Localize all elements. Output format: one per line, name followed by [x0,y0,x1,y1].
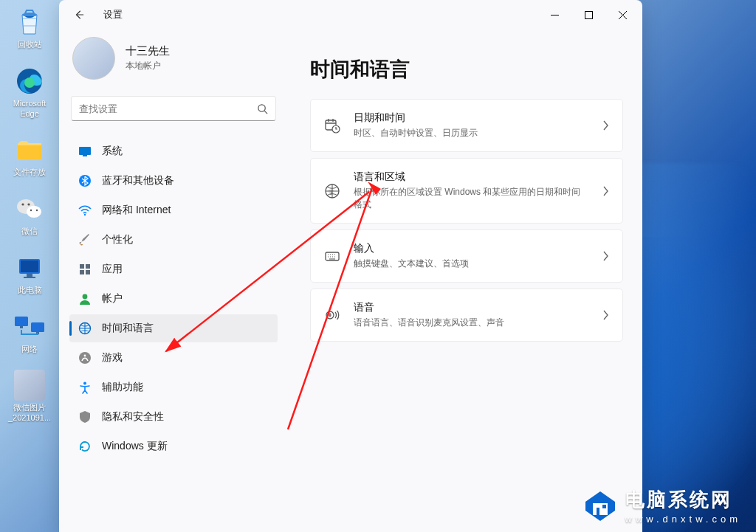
desktop-icon-edge[interactable]: Microsoft Edge [2,65,57,120]
svg-rect-26 [86,270,90,274]
sidebar: 十三先生 本地帐户 系统 蓝牙和其他设备 网络和 Internet 个性化 应用… [59,30,288,532]
svg-rect-17 [585,11,592,18]
desktop-icon-wechat-image[interactable]: 微信图片 _2021091... [2,369,57,424]
desktop-icon-label: 微信 [21,227,38,237]
svg-point-18 [258,104,265,111]
desktop-icon-this-pc[interactable]: 此电脑 [2,252,57,296]
svg-rect-25 [80,270,84,274]
profile-account-type: 本地帐户 [126,60,170,72]
profile-name: 十三先生 [126,44,170,58]
card-subtitle: 触摸键盘、文本建议、首选项 [354,258,588,270]
apps-icon [78,263,92,276]
image-thumb-icon [13,369,46,401]
card-title: 输入 [354,242,588,255]
svg-rect-13 [15,317,28,326]
card-date-time[interactable]: 日期和时间时区、自动时钟设置、日历显示 [310,99,623,152]
card-language-region[interactable]: 字 语言和区域根据你所在的区域设置 Windows 和某些应用的日期和时间格式 [310,158,623,224]
language-globe-icon: 字 [324,183,340,199]
folder-icon [13,134,46,166]
card-title: 语音 [354,301,588,314]
chevron-right-icon [602,251,609,261]
svg-point-6 [27,203,30,205]
nav-label: Windows 更新 [102,440,168,453]
desktop-icon-label: 回收站 [18,40,42,50]
update-icon [78,440,92,453]
network-icon [13,311,46,343]
desktop-icon-recycle-bin[interactable]: 回收站 [2,6,57,50]
svg-point-4 [27,206,41,218]
shield-icon [78,410,92,424]
desktop-icons: 回收站 Microsoft Edge 文件存放 微信 此电脑 网络 [0,0,59,424]
brush-icon [78,233,92,246]
system-icon [78,145,92,158]
calendar-clock-icon [324,117,340,134]
gaming-icon [78,351,92,365]
svg-rect-24 [86,264,90,269]
desktop-icon-label: 文件存放 [13,167,46,178]
speech-icon [324,307,340,323]
keyboard-icon [324,248,340,264]
nav-label: 帐户 [102,292,123,305]
this-pc-icon [13,252,46,284]
nav-label: 时间和语言 [102,322,154,335]
chevron-right-icon [602,186,609,196]
svg-point-30 [84,355,86,357]
maximize-button[interactable] [571,3,605,27]
nav-item-privacy[interactable]: 隐私和安全性 [69,403,278,431]
page-title: 时间和语言 [310,56,623,83]
desktop-icon-label: 网络 [21,345,38,355]
svg-point-8 [36,210,38,211]
nav-item-personalization[interactable]: 个性化 [69,226,278,254]
bluetooth-icon [78,174,92,187]
nav-label: 游戏 [102,351,123,365]
desktop-icon-network[interactable]: 网络 [2,311,57,355]
profile-block[interactable]: 十三先生 本地帐户 [69,30,278,93]
close-button[interactable] [605,3,639,27]
wifi-icon [78,204,92,217]
nav-item-accounts[interactable]: 帐户 [69,285,278,313]
main-content: 时间和语言 日期和时间时区、自动时钟设置、日历显示 字 语言和区域根据你所在的区… [288,30,642,532]
chevron-right-icon [602,310,609,320]
card-typing[interactable]: 输入触摸键盘、文本建议、首选项 [310,229,623,283]
svg-text:字: 字 [329,190,334,195]
globe-clock-icon [78,322,92,335]
search-box[interactable] [71,96,276,121]
desktop-icon-label: 微信图片 _2021091... [8,403,51,424]
svg-rect-41 [597,508,599,515]
nav-item-apps[interactable]: 应用 [69,255,278,283]
window-title: 设置 [103,8,123,21]
nav-item-accessibility[interactable]: 辅助功能 [69,373,278,401]
card-subtitle: 语音语言、语音识别麦克风设置、声音 [354,317,588,329]
card-subtitle: 时区、自动时钟设置、日历显示 [354,127,588,139]
svg-rect-42 [602,505,606,508]
nav-item-system[interactable]: 系统 [69,137,278,165]
minimize-button[interactable] [537,3,571,27]
back-button[interactable] [69,5,89,24]
nav-item-bluetooth[interactable]: 蓝牙和其他设备 [69,167,278,195]
desktop-icon-file-storage[interactable]: 文件存放 [2,134,57,178]
nav: 系统 蓝牙和其他设备 网络和 Internet 个性化 应用 帐户 时间和语言 … [69,137,278,460]
svg-point-22 [84,214,86,215]
accessibility-icon [78,381,92,394]
person-icon [78,292,92,305]
nav-item-time-language[interactable]: 时间和语言 [69,314,278,342]
card-subtitle: 根据你所在的区域设置 Windows 和某些应用的日期和时间格式 [354,186,588,211]
avatar [72,37,115,80]
nav-item-windows-update[interactable]: Windows 更新 [69,432,278,460]
search-input[interactable] [79,103,257,114]
wechat-icon [13,193,46,225]
nav-label: 蓝牙和其他设备 [102,174,174,187]
svg-point-5 [21,203,24,205]
settings-window: 设置 十三先生 本地帐户 系统 蓝牙和其他设备 [59,0,642,532]
desktop-icon-wechat[interactable]: 微信 [2,193,57,237]
nav-item-network[interactable]: 网络和 Internet [69,196,278,224]
desktop-icon-label: 此电脑 [18,286,42,296]
nav-label: 隐私和安全性 [102,410,164,424]
nav-item-gaming[interactable]: 游戏 [69,344,278,372]
watermark: 电脑系统网 www.dnxtw.com [583,487,741,525]
card-speech[interactable]: 语音语音语言、语音识别麦克风设置、声音 [310,289,623,342]
card-title: 日期和时间 [354,111,588,125]
svg-rect-14 [31,322,44,332]
svg-rect-23 [80,264,84,269]
svg-rect-11 [27,274,32,277]
